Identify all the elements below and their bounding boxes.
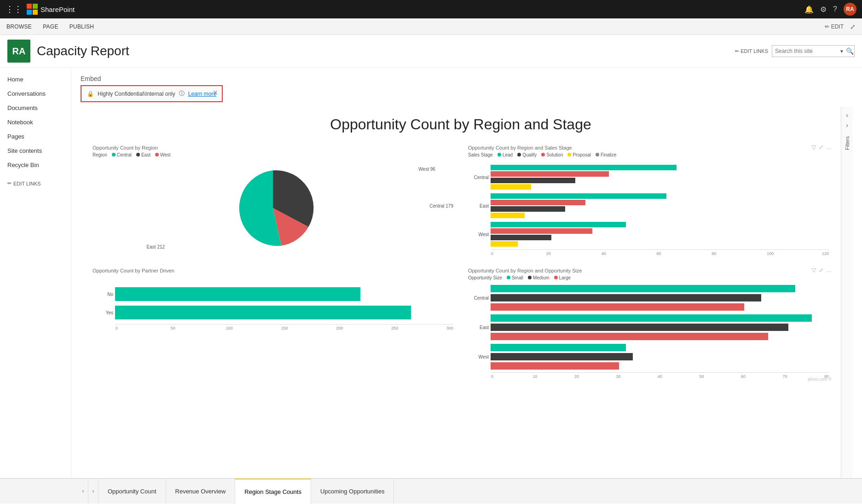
- filters-label[interactable]: Filters: [845, 136, 850, 150]
- bar-central-solution: [491, 171, 609, 177]
- partner-chart-title: Opportunity Count by Partner Driven: [93, 268, 453, 273]
- sidebar-item-notebook[interactable]: Notebook: [0, 115, 71, 129]
- sales-axis: 0 20 40 60 80 100 120: [491, 249, 829, 256]
- page-tab[interactable]: PAGE: [43, 23, 58, 30]
- legend-east: East: [136, 152, 150, 157]
- pbi-watermark: pbiviz.com ®: [808, 377, 832, 382]
- powerbi-embed: Opportunity Count by Region and Stage Op…: [81, 107, 853, 478]
- sidebar-item-recycle-bin[interactable]: Recycle Bin: [0, 158, 71, 172]
- bar-west-lead: [491, 222, 626, 227]
- legend-sl: Sales Stage: [468, 152, 493, 157]
- legend-large: Large: [554, 275, 571, 280]
- more-icon[interactable]: …: [826, 144, 832, 151]
- ms-logo-grid: [27, 4, 38, 15]
- pie-label-west: West 96: [418, 167, 435, 172]
- embed-banner: 🔒 Highly Confidential\Internal only ⓘ Le…: [81, 85, 223, 102]
- sidebar-item-conversations[interactable]: Conversations: [0, 87, 71, 101]
- legend-os: Opportunity Size: [468, 275, 502, 280]
- close-icon[interactable]: ✕: [213, 89, 218, 96]
- learn-more-link[interactable]: Learn more: [188, 91, 216, 97]
- bar-group-west: [491, 222, 829, 247]
- ms-blue: [27, 10, 32, 15]
- size-bar-chart: Central East: [468, 285, 829, 379]
- bar-east-lead: [491, 193, 666, 199]
- pencil-icon-small: ✏: [735, 48, 739, 54]
- tab-next-button[interactable]: ›: [88, 479, 98, 504]
- size-bar-row-central: Central: [468, 285, 829, 311]
- legend-west: West: [155, 152, 171, 157]
- tab-revenue-overview[interactable]: Revenue Overview: [166, 479, 236, 504]
- bar-group-central: [491, 165, 829, 190]
- search-icon[interactable]: 🔍: [846, 47, 854, 55]
- sales-legend: Sales Stage Lead Qualify Solution Propos…: [468, 152, 829, 157]
- expand-icon[interactable]: ⤢: [819, 144, 823, 151]
- question-icon[interactable]: ?: [833, 5, 837, 13]
- bar-east-proposal: [491, 213, 525, 218]
- size-chart-section: ▽ ⤢ … Opportunity Count by Region and Op…: [461, 263, 836, 383]
- sidebar-item-home[interactable]: Home: [0, 72, 71, 87]
- filter-icon-size[interactable]: ▽: [812, 267, 816, 273]
- page-header: RA Capacity Report ✏ EDIT LINKS ▼ 🔍: [0, 35, 862, 68]
- edit-links-button[interactable]: ✏ EDIT LINKS: [735, 48, 768, 54]
- info-icon: ⓘ: [179, 90, 185, 98]
- gear-icon[interactable]: ⚙: [820, 5, 827, 14]
- size-bar-group-central: [491, 285, 829, 311]
- tab-upcoming-opportunities[interactable]: Upcoming Opportunities: [311, 479, 394, 504]
- expand-icon[interactable]: ⤢: [850, 23, 856, 30]
- size-bar-central-small: [491, 285, 795, 292]
- size-bar-west-large: [491, 362, 619, 370]
- browse-tab[interactable]: BROWSE: [6, 23, 32, 30]
- bar-label-west: West: [468, 232, 489, 237]
- bell-icon[interactable]: 🔔: [804, 5, 814, 14]
- size-chart-title: Opportunity Count by Region and Opportun…: [468, 268, 829, 273]
- expand-icon-size[interactable]: ⤢: [819, 267, 823, 273]
- pie-legend: Region Central East West: [93, 152, 453, 157]
- filter-icon[interactable]: ▽: [812, 144, 816, 151]
- size-bar-east-large: [491, 333, 768, 340]
- sales-bar-chart: Central: [468, 165, 829, 256]
- bar-row-no: No: [93, 287, 453, 301]
- legend-lead: Lead: [498, 152, 513, 157]
- publish-tab[interactable]: PUBLISH: [69, 23, 94, 30]
- waffle-icon[interactable]: ⋮⋮: [6, 4, 22, 14]
- pie-label-east: East 212: [147, 244, 165, 249]
- size-bar-row-east: East: [468, 314, 829, 340]
- edit-button[interactable]: ✏ EDIT: [825, 23, 844, 30]
- size-bar-west-small: [491, 344, 626, 351]
- tab-prev-button[interactable]: ‹: [78, 479, 88, 504]
- page-avatar: RA: [7, 40, 30, 63]
- avatar[interactable]: RA: [844, 3, 856, 16]
- sidebar-item-pages[interactable]: Pages: [0, 129, 71, 144]
- legend-medium: Medium: [528, 275, 550, 280]
- size-bar-central-large: [491, 303, 744, 311]
- size-bar-label-east: East: [468, 325, 489, 330]
- chevron-up-icon[interactable]: ›: [846, 122, 848, 129]
- sidebar-item-documents[interactable]: Documents: [0, 101, 71, 115]
- ms-green: [33, 4, 38, 9]
- sidebar: Home Conversations Documents Notebook Pa…: [0, 68, 71, 478]
- size-bar-label-central: Central: [468, 295, 489, 301]
- bar-no: [115, 287, 360, 301]
- partner-chart-section: Opportunity Count by Partner Driven No Y…: [85, 263, 461, 383]
- bar-west-proposal: [491, 241, 518, 247]
- size-bar-group-east: [491, 314, 829, 340]
- chevron-down-icon[interactable]: ▼: [839, 49, 844, 54]
- bar-west-solution: [491, 228, 592, 234]
- bar-label-yes: Yes: [93, 310, 113, 315]
- search-input[interactable]: [775, 48, 839, 54]
- bar-central-lead: [491, 165, 677, 170]
- sales-chart-title: Opportunity Count by Region and Sales St…: [468, 145, 829, 151]
- pie-label-central: Central 179: [429, 203, 453, 209]
- tab-opportunity-count[interactable]: Opportunity Count: [98, 479, 166, 504]
- more-icon-size[interactable]: …: [826, 267, 832, 273]
- size-legend: Opportunity Size Small Medium Large: [468, 275, 829, 280]
- chevron-left-icon[interactable]: ‹: [846, 111, 848, 119]
- product-name: SharePoint: [40, 6, 75, 13]
- sidebar-edit-links[interactable]: ✏ EDIT LINKS: [0, 177, 71, 190]
- sidebar-item-site-contents[interactable]: Site contents: [0, 144, 71, 158]
- size-bar-label-west: West: [468, 354, 489, 359]
- size-axis: 0 10 20 30 40 50 60 70 80: [491, 372, 829, 379]
- microsoft-logo: SharePoint: [27, 4, 75, 15]
- embed-banner-text: Highly Confidential\Internal only: [98, 91, 175, 97]
- tab-region-stage-counts[interactable]: Region Stage Counts: [235, 479, 311, 504]
